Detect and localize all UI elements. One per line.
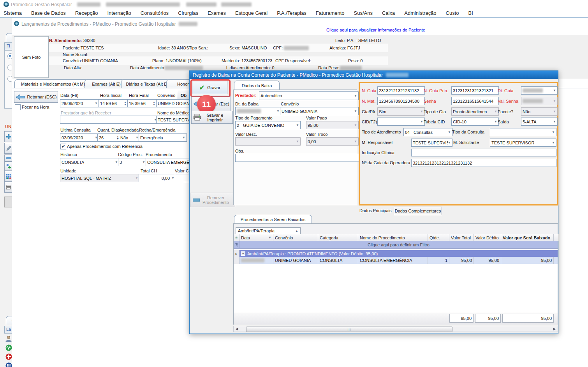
menu-administracao[interactable]: Administração [404,9,436,17]
quant-dias-spinner[interactable]: 26▲▼ [97,133,121,142]
obs-button[interactable]: Ob [177,90,190,100]
scroll-right-arrow[interactable]: ▶ [551,326,558,332]
menu-caixa[interactable]: Caixa [382,9,395,17]
menu-bi[interactable]: BI [468,9,473,17]
menu-estoque-geral[interactable]: Estoque Geral [235,9,268,17]
scroll-left-arrow[interactable]: ◀ [234,326,240,332]
n-guia-input[interactable]: 23132121321231132 [377,86,425,95]
indicacao-clinica-input[interactable] [411,149,556,156]
n-mat-input[interactable]: 12345678901234500 [377,97,425,105]
collapse-icon[interactable]: − [241,251,245,256]
valor-pago-combo[interactable]: 95,00▼ [306,121,359,129]
grid-header-valor-debito[interactable]: Valor Débito [474,234,501,241]
pencil-icon [6,146,11,151]
grid-header-categoria[interactable]: Categoria [318,234,358,241]
grid-header-qtde[interactable]: Qtde. [428,234,449,241]
tipo-atendimento-combo[interactable]: 04 - Consultas▼ [403,128,452,136]
gravar-imprimir-button[interactable]: Gravar e Imprimir [191,111,233,124]
tipo-pagamento-combo[interactable]: 2 - GUIA DE CONVENIO▼ [235,121,301,129]
historico-combo[interactable]: CONSULTA▼ [60,158,120,166]
menu-consultorios[interactable]: Consultórios [141,9,169,17]
tab-dados-principais[interactable]: Dados Principais [359,208,392,213]
tab-materiais[interactable]: Materiais e Medicamentos (Alt M) [14,79,92,88]
valor-desc-combo[interactable]: ▼ [235,137,301,146]
val-senha-combo[interactable]: ▼ [521,97,558,105]
convenio-input[interactable]: UNIMED GOIANI [156,99,193,107]
menu-pa-terapias[interactable]: P.A./Terapias [277,9,306,17]
menu-custo[interactable]: Custo [446,9,459,17]
unidade-combo[interactable]: HOSPITAL SQL - MATRIZ▼ [60,174,140,182]
grid-group-row[interactable]: ▸ − Amb/Int/PA/Terapia : PRONTO ATENDIME… [234,250,558,257]
focar-na-hora-checkbox[interactable] [15,104,21,110]
grid-filter-row[interactable]: Clique aqui para definir um Filtro [234,241,558,249]
procedimento-input[interactable]: CONSULTA EMERGÊN [146,158,193,166]
dt-guia-combo[interactable]: ▼ [521,86,558,95]
tab-dados-da-baixa[interactable]: Dados da Baixa [234,81,280,90]
prestador-combo[interactable]: Automático▼ [259,91,359,100]
menu-cirurgias[interactable]: Cirurgias [178,9,198,17]
tab-diarias[interactable]: Diárias e Taxas (Alt D) [121,79,173,88]
grid-hscrollbar[interactable]: ◀ ||| ▶ [233,326,558,332]
tabela-cid-combo[interactable]: CID-10▼ [451,118,499,126]
pacote-combo[interactable]: Não▼ [521,107,558,116]
grid-footer: 95,00 95,00 95,00 [234,312,558,325]
saida-combo[interactable]: 5-ALTA▼ [521,118,558,126]
menu-sistema[interactable]: Sistema [4,9,22,17]
n-guia-prin-input[interactable]: 31231231321321321 [451,86,499,95]
agendada-combo[interactable]: Não▼ [119,133,140,142]
tipo-consulta-combo[interactable]: ▼ [490,128,556,136]
gravar-button[interactable]: ✔ Gravar [192,81,227,94]
grid-header-valor-baixado[interactable]: Valor que Será Baixado [501,234,554,241]
hora-final-spinner[interactable]: 15:39:56▲▼ [127,99,157,107]
grid-data-row[interactable]: UNIMED GOIANIA CONSULTA CONSULTA EMERGÊN… [234,257,558,264]
person-icon[interactable] [5,335,12,342]
patient-info-link[interactable]: Clique aqui para visualizar Informações … [326,28,425,32]
grid-header-data[interactable]: Data▼ [239,234,273,241]
emergency-icon[interactable] [5,353,12,360]
vitals-icon[interactable] [5,344,12,351]
total-ch-combo[interactable]: 0,00▼ [139,174,176,182]
gta-pa-combo[interactable]: Sim▼ [377,107,425,116]
grid-header-convenio[interactable]: Convênio [273,234,318,241]
grid-header-procedimento[interactable]: Nome do Procedimento [358,234,428,241]
dialog-convenio-combo[interactable]: UNIMED GOIANIA▼ [280,107,359,115]
menu-internacao[interactable]: Internação [107,9,131,17]
calculator-icon[interactable] [5,362,12,367]
senha-input[interactable]: 12312316515641544 [451,97,499,105]
sexo: Sexo: MASCULINO [229,46,267,50]
ultima-consulta-combo[interactable]: 02/09/2020▼ [60,133,99,142]
tab-dados-complementares[interactable]: Dados Complementares [394,207,442,215]
m-responsavel-combo[interactable]: TESTE SUPERVIS▼ [411,139,452,147]
prestador-receber-combo[interactable]: ▼ [60,116,158,124]
grid-groupby-box[interactable]: Amb/Int/PA/Terapia ▲ [236,227,301,234]
app-title: Promedico Gestão Hospitalar [11,2,72,7]
scroll-thumb[interactable]: ||| [246,327,452,332]
tab-procedimentos-baixados[interactable]: Procedimentos a Serem Baixados [234,215,312,224]
grid-header-valor-total[interactable]: Valor Total [449,234,474,241]
apenas-referencia-checkbox[interactable]: ✔ [60,144,66,149]
menu-faturamento[interactable]: Faturamento [316,9,345,17]
menu-exames[interactable]: Exames [208,9,226,17]
cid-combo[interactable]: ▼ [377,118,425,126]
menu-recepcao[interactable]: Recepção [75,9,98,17]
retornar-esc-button[interactable]: Retornar (ESC) [14,91,58,103]
remover-procedimento-button[interactable]: Remover Procedimento [190,193,235,207]
nome-medico-input[interactable]: TESTE SUPERVIS [156,116,193,124]
obs-input[interactable] [235,154,359,162]
menu-base-de-dados[interactable]: Base de Dados [31,9,66,17]
data-f6-combo[interactable]: 28/09/2020▼ [60,99,99,107]
codigo-proc-combo[interactable]: 3▼ [118,158,147,166]
guia-operadora-input[interactable]: 3213212123132121321231132 [411,159,556,167]
hora-inicial-spinner[interactable]: 14:59:56▲▼ [99,99,128,107]
dt-baixa-combo[interactable]: ▼ [235,107,281,115]
hora-inicial-label: Hora Inicial [100,93,121,98]
menu-sus-ans[interactable]: Sus/Ans [354,9,373,17]
redacted-title-3 [186,2,217,7]
rotina-emergencia-combo[interactable]: Emergência▼ [139,133,187,142]
valor-troco-combo[interactable]: 0,00▼ [306,137,359,146]
tipo-gta-combo[interactable]: Pronto Atendimen▼ [451,107,499,116]
tipo-consulta-label: Tipo da Consulta [452,130,484,134]
grid-filter-text: Clique aqui para definir um Filtro [239,241,558,248]
m-solicitante-combo[interactable]: TESTE SUPERVISOR▼ [490,139,556,147]
dialog-titlebar[interactable]: Registro de Baixa na Conta Corrente do P… [190,71,558,79]
